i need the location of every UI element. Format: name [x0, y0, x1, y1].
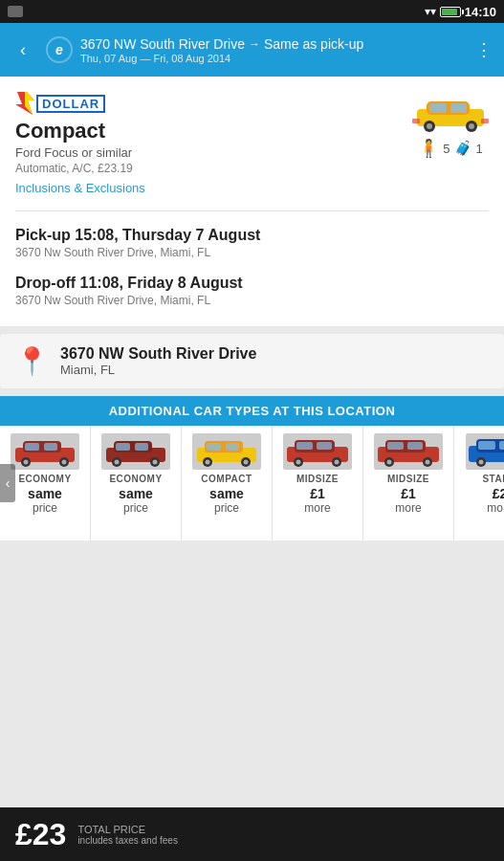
economy-car-1-svg: [11, 434, 78, 469]
svg-point-19: [62, 460, 67, 465]
svg-point-25: [115, 460, 120, 465]
svg-point-49: [387, 460, 392, 465]
location-name: 3670 NW South River Drive: [60, 345, 256, 363]
wifi-icon: ▾▾: [425, 5, 436, 18]
svg-rect-55: [499, 441, 505, 450]
car-type-pricesub-midsize-2: more: [395, 501, 421, 515]
svg-rect-14: [25, 443, 39, 451]
car-info: DOLLAR Compact Ford Focus or similar Aut…: [15, 92, 412, 195]
car-type-label: Compact: [15, 119, 412, 144]
svg-point-9: [469, 123, 474, 129]
svg-point-7: [427, 123, 432, 129]
svg-rect-46: [387, 442, 404, 450]
car-type-name-compact: COMPACT: [201, 474, 252, 484]
header-text: 3670 NW South River Drive → Same as pick…: [80, 36, 464, 64]
car-type-img-compact: [192, 433, 261, 470]
grey-filler: [0, 541, 504, 789]
svg-rect-11: [481, 119, 489, 123]
car-type-pricesub-economy-1: price: [33, 501, 57, 515]
car-type-economy-2[interactable]: ECONOMY same price: [91, 426, 182, 541]
inclusions-link[interactable]: Inclusions & Exclusions: [15, 181, 412, 195]
car-type-img-economy-1: [11, 433, 79, 470]
header-arrow: →: [249, 37, 260, 51]
location-city: Miami, FL: [60, 363, 256, 377]
additional-cars-header: ADDITIONAL CAR TYPES AT THIS LOCATION: [0, 396, 504, 426]
standard-car-svg: [467, 434, 505, 469]
car-type-name-standard: STAND: [482, 474, 504, 484]
svg-point-43: [335, 460, 340, 465]
header-destination: Same as pick-up: [264, 36, 363, 52]
car-type-name-economy-2: ECONOMY: [109, 474, 162, 484]
car-details: Automatic, A/C, £23.19: [15, 162, 412, 175]
car-svg: [412, 92, 489, 134]
map-pin-icon: 📍: [15, 345, 49, 377]
svg-rect-4: [429, 103, 447, 113]
dropoff-address: 3670 Nw South River Drive, Miami, FL: [15, 294, 489, 307]
car-type-img-economy-2: [101, 433, 170, 470]
car-listing: DOLLAR Compact Ford Focus or similar Aut…: [15, 88, 489, 203]
car-type-standard[interactable]: STAND £2 mo...: [454, 426, 504, 541]
header-subtitle: Thu, 07 Aug — Fri, 08 Aug 2014: [80, 53, 464, 64]
dropoff-label: Drop-off 11:08, Friday 8 August: [15, 275, 489, 292]
svg-rect-39: [317, 442, 332, 450]
midsize-car-1-svg: [284, 434, 351, 469]
back-button[interactable]: ‹: [8, 34, 38, 65]
location-section: 📍 3670 NW South River Drive Miami, FL: [0, 334, 504, 388]
svg-point-57: [478, 460, 483, 465]
main-content: DOLLAR Compact Ford Focus or similar Aut…: [0, 77, 504, 326]
logo-letter: e: [55, 42, 63, 57]
svg-rect-23: [135, 443, 148, 451]
car-type-midsize-1[interactable]: MIDSIZE £1 more: [273, 426, 363, 541]
luggage-count: 1: [476, 142, 483, 156]
car-amenities: 🧍 5 🧳 1: [418, 138, 482, 159]
currency-symbol: £: [15, 817, 33, 851]
car-type-price-midsize-2: £1: [401, 486, 416, 501]
car-type-img-standard: [466, 433, 505, 470]
dollar-logo: DOLLAR: [15, 92, 412, 115]
svg-point-27: [153, 460, 158, 465]
car-type-compact[interactable]: COMPACT same price: [182, 426, 273, 541]
dropoff-time: 11:08, Friday 8 August: [80, 275, 243, 291]
car-type-img-midsize-1: [283, 433, 352, 470]
car-type-price-economy-1: same: [28, 486, 62, 501]
app-header: ‹ e 3670 NW South River Drive → Same as …: [0, 23, 504, 77]
car-type-price-midsize-1: £1: [310, 486, 325, 501]
car-type-pricesub-economy-2: price: [123, 501, 148, 515]
pickup-address: 3670 Nw South River Drive, Miami, FL: [15, 246, 489, 259]
car-types-container[interactable]: ECONOMY same price ECONOMY s: [0, 426, 504, 541]
car-type-img-midsize-2: [374, 433, 443, 470]
svg-rect-31: [226, 443, 239, 451]
car-model: Ford Focus or similar: [15, 145, 412, 160]
luggage-icon: 🧳: [454, 140, 472, 157]
pickup-label-text: Pick-up: [15, 227, 71, 243]
svg-rect-47: [407, 442, 423, 450]
dropoff-section: Drop-off 11:08, Friday 8 August 3670 Nw …: [15, 267, 489, 315]
menu-button[interactable]: ⋮: [471, 35, 496, 64]
status-bar-right: ▾▾ 14:10: [425, 5, 496, 19]
svg-point-51: [426, 460, 430, 465]
svg-point-33: [206, 460, 210, 465]
car-type-price-economy-2: same: [119, 486, 153, 501]
screen-icon: [8, 6, 23, 17]
svg-rect-30: [207, 443, 221, 451]
car-types-wrapper: ‹ ECONOMY same price: [0, 426, 504, 541]
svg-rect-22: [116, 443, 130, 451]
passenger-count: 5: [443, 142, 449, 156]
svg-rect-38: [296, 442, 313, 450]
person-icon: 🧍: [418, 138, 439, 159]
car-type-midsize-2[interactable]: MIDSIZE £1 more: [363, 426, 454, 541]
car-image: [412, 92, 489, 134]
scroll-left-indicator: ‹: [0, 464, 15, 502]
car-type-name-midsize-2: MIDSIZE: [387, 474, 429, 484]
pickup-section: Pick-up 15:08, Thursday 7 August 3670 Nw…: [15, 219, 489, 267]
car-type-pricesub-midsize-1: more: [304, 501, 330, 515]
status-bar: ▾▾ 14:10: [0, 0, 504, 23]
battery-icon: [440, 7, 461, 17]
total-price: £23: [15, 817, 66, 852]
dollar-bolt-icon: [15, 92, 34, 115]
svg-point-17: [24, 460, 29, 465]
price-sublabel: includes taxes and fees: [77, 835, 178, 846]
app-logo: e: [46, 36, 73, 63]
car-type-price-compact: same: [209, 486, 244, 501]
svg-point-41: [296, 460, 301, 465]
